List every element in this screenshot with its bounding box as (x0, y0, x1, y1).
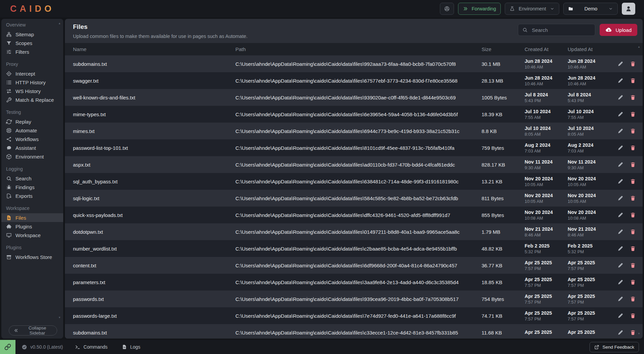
environment-dropdown[interactable]: Environment (505, 3, 559, 15)
file-size: 48.82 KB (482, 246, 525, 252)
search-input[interactable] (531, 27, 591, 33)
delete-file-button[interactable] (630, 329, 636, 336)
sidebar-item-files[interactable]: Files (1, 213, 63, 222)
file-row[interactable]: sqli-logic.txtC:\Users\ahnde\AppData\Roa… (65, 190, 643, 207)
file-row[interactable]: dotdotpwn.txtC:\Users\ahnde\AppData\Roam… (65, 223, 643, 240)
delete-file-button[interactable] (630, 111, 636, 117)
edit-file-button[interactable] (617, 78, 623, 84)
delete-file-button[interactable] (630, 145, 636, 151)
edit-file-button[interactable] (617, 262, 623, 268)
sidebar-item-http-history[interactable]: HTTP History (1, 78, 63, 87)
connection-button[interactable] (0, 340, 15, 354)
logs-button[interactable]: Logs (120, 344, 142, 350)
column-header-path: Path (235, 46, 482, 52)
edit-file-button[interactable] (617, 195, 623, 201)
file-row[interactable]: passwords.txtC:\Users\ahnde\AppData\Roam… (65, 291, 643, 307)
edit-file-button[interactable] (617, 246, 623, 252)
sidebar-item-findings[interactable]: Findings (1, 183, 63, 191)
sidebar-item-scopes[interactable]: Scopes (1, 39, 63, 47)
sidebar-item-workflows-store[interactable]: Workflows Store (1, 253, 63, 261)
browser-button[interactable] (440, 3, 454, 15)
delete-file-button[interactable] (630, 296, 636, 302)
sidebar-item-label: Automate (15, 128, 37, 133)
delete-file-button[interactable] (630, 61, 636, 67)
delete-file-button[interactable] (630, 246, 636, 252)
sidebar-item-workflows[interactable]: Workflows (1, 135, 63, 143)
sidebar-item-filters[interactable]: Filters (1, 47, 63, 56)
sidebar-item-intercept[interactable]: Intercept (1, 69, 63, 78)
edit-file-button[interactable] (617, 145, 623, 151)
file-row[interactable]: subdomains.txtC:\Users\ahnde\AppData\Roa… (65, 55, 643, 72)
edit-file-button[interactable] (617, 279, 623, 285)
edit-file-button[interactable] (617, 162, 623, 168)
delete-file-button[interactable] (630, 262, 636, 268)
file-row[interactable]: parameters.txtC:\Users\ahnde\AppData\Roa… (65, 274, 643, 291)
file-row[interactable]: number_wordlist.txtC:\Users\ahnde\AppDat… (65, 240, 643, 257)
sidebar-item-label: Scopes (15, 40, 32, 46)
file-row[interactable]: passwords-large.txtC:\Users\ahnde\AppDat… (65, 307, 643, 324)
edit-file-button[interactable] (617, 111, 623, 117)
edit-file-button[interactable] (617, 61, 623, 67)
file-row[interactable]: mime-types.txtC:\Users\ahnde\AppData\Roa… (65, 106, 643, 123)
edit-file-button[interactable] (617, 313, 623, 319)
file-row[interactable]: sql_auth_bypass.txtC:\Users\ahnde\AppDat… (65, 173, 643, 190)
file-path: C:\Users\ahnde\AppData\Roaming\caido\Cai… (235, 195, 482, 201)
edit-file-button[interactable] (617, 212, 623, 218)
pencil-icon (617, 262, 623, 268)
sidebar-item-environment[interactable]: Environment (1, 152, 63, 161)
file-row[interactable]: content.txtC:\Users\ahnde\AppData\Roamin… (65, 257, 643, 274)
sidebar-item-assistant[interactable]: Assistant (1, 143, 63, 152)
sidebar-item-plugins[interactable]: Plugins (1, 222, 63, 231)
delete-file-button[interactable] (630, 229, 636, 235)
commands-button[interactable]: Commands (73, 344, 110, 350)
delete-file-button[interactable] (630, 94, 636, 100)
delete-file-button[interactable] (630, 178, 636, 184)
delete-file-button[interactable] (630, 128, 636, 134)
send-feedback-button[interactable]: Send Feedback (590, 342, 639, 352)
delete-file-button[interactable] (630, 162, 636, 168)
upload-button[interactable]: Upload (600, 24, 637, 36)
file-row[interactable]: well-known-dirs-and-files.txtC:\Users\ah… (65, 89, 643, 106)
edit-file-button[interactable] (617, 178, 623, 184)
edit-file-button[interactable] (617, 128, 623, 134)
edit-file-button[interactable] (617, 229, 623, 235)
sidebar-scroll-up-arrow[interactable]: ▲ (58, 22, 61, 25)
file-row[interactable]: swagger.txtC:\Users\ahnde\AppData\Roamin… (65, 72, 643, 89)
edit-file-button[interactable] (617, 329, 623, 336)
edit-file-button[interactable] (617, 94, 623, 100)
delete-file-button[interactable] (630, 195, 636, 201)
file-row[interactable]: subdomains.txtC:\Users\ahnde\AppData\Roa… (65, 324, 643, 339)
table-scroll-down-arrow[interactable]: ▼ (638, 333, 640, 335)
file-row[interactable]: password-list-top-101.txtC:\Users\ahnde\… (65, 139, 643, 156)
sidebar-section-overview: Overview (6, 22, 59, 28)
sidebar-item-match-replace[interactable]: Match & Replace (1, 95, 63, 104)
check-circle-icon (22, 344, 27, 350)
file-created-at: Nov 21 20248:46 AM (525, 226, 568, 237)
topbar: CAIDO Forwarding Environment Demo (0, 0, 644, 17)
sidebar-item-search[interactable]: Search (1, 174, 63, 183)
cubes-icon (6, 154, 12, 160)
delete-file-button[interactable] (630, 313, 636, 319)
forwarding-button[interactable]: Forwarding (458, 3, 501, 15)
sidebar-item-sitemap[interactable]: Sitemap (1, 30, 63, 39)
delete-file-button[interactable] (630, 78, 636, 84)
delete-file-button[interactable] (630, 279, 636, 285)
sidebar-item-exports[interactable]: Exports (1, 191, 63, 200)
file-name: dotdotpwn.txt (65, 229, 235, 235)
file-row[interactable]: quick-xss-payloads.txtC:\Users\ahnde\App… (65, 207, 643, 223)
project-dropdown[interactable]: Demo (563, 3, 618, 15)
collapse-sidebar-button[interactable]: Collapse Sidebar (9, 325, 57, 336)
sidebar-item-replay[interactable]: Replay (1, 117, 63, 126)
sidebar-item-workspace[interactable]: Workspace (1, 231, 63, 239)
file-row[interactable]: mimes.txtC:\Users\ahnde\AppData\Roaming\… (65, 123, 643, 139)
table-scroll-up-arrow[interactable]: ▲ (638, 46, 640, 48)
user-avatar-button[interactable] (622, 3, 635, 15)
file-row[interactable]: aspx.txtC:\Users\ahnde\AppData\Roaming\c… (65, 156, 643, 173)
sidebar-item-label: Findings (15, 184, 35, 190)
sidebar-item-ws-history[interactable]: WS History (1, 87, 63, 95)
sidebar-item-automate[interactable]: Automate (1, 126, 63, 135)
delete-file-button[interactable] (630, 212, 636, 218)
sidebar-scroll-down-arrow[interactable]: ▼ (58, 316, 61, 319)
file-path: C:\Users\ahnde\AppData\Roaming\caido\Cai… (235, 296, 482, 302)
edit-file-button[interactable] (617, 296, 623, 302)
